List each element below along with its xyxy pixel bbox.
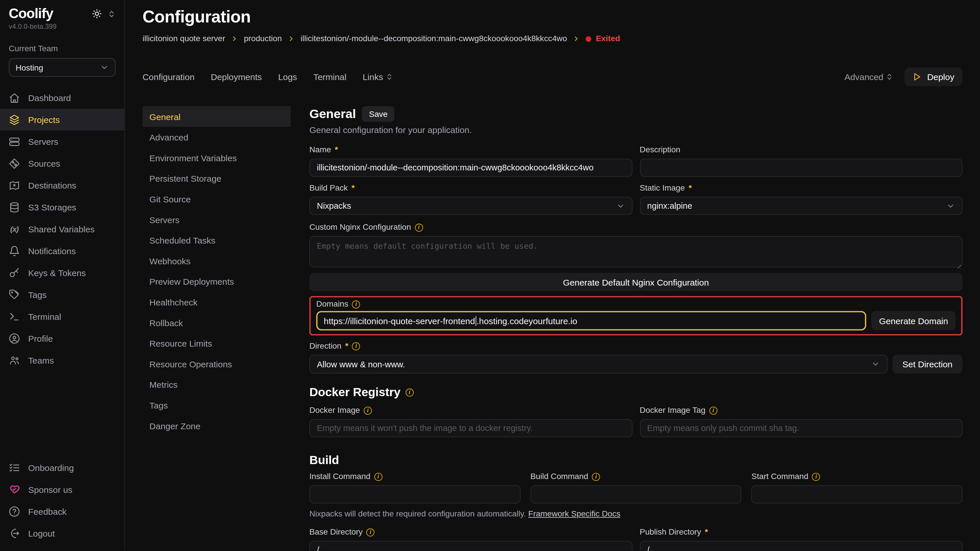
generate-domain-button[interactable]: Generate Domain [872,311,956,330]
tab-configuration[interactable]: Configuration [143,72,195,82]
theme-toggle-sun-icon[interactable] [92,9,102,19]
custom-nginx-label: Custom Nginx Configurationi [309,222,963,232]
config-menu-advanced[interactable]: Advanced [143,127,291,148]
terminal-icon [9,311,20,322]
info-icon: i [374,472,382,481]
sidebar-item-onboarding[interactable]: Onboarding [0,457,124,478]
sidebar-item-keys-tokens[interactable]: Keys & Tokens [0,262,124,284]
config-menu-scheduled-tasks[interactable]: Scheduled Tasks [143,230,291,251]
config-menu-persistent-storage[interactable]: Persistent Storage [143,168,291,189]
domains-highlight-box: Domainsi https://illicitonion-quote-serv… [309,296,963,335]
sidebar-item-sponsor-us[interactable]: Sponsor us [0,478,124,500]
generate-nginx-config-button[interactable]: Generate Default Nginx Configuration [309,273,963,291]
chevron-right-icon [573,35,580,42]
config-menu-general[interactable]: General [143,106,291,127]
config-menu-environment-variables[interactable]: Environment Variables [143,148,291,168]
config-menu-healthcheck[interactable]: Healthcheck [143,292,291,312]
config-menu-metrics[interactable]: Metrics [143,374,291,395]
tab-logs[interactable]: Logs [278,72,297,82]
docker-image-tag-input[interactable] [640,419,963,437]
deploy-button[interactable]: Deploy [905,67,963,86]
sidebar-item-tags[interactable]: Tags [0,284,124,305]
tab-terminal[interactable]: Terminal [313,72,347,82]
chevron-right-icon [288,35,295,42]
sidebar-item-label: Notifications [28,246,76,256]
static-image-select[interactable]: nginx:alpine [640,197,963,215]
start-command-label: Start Commandi [752,472,963,482]
base-directory-label: Base Directoryi [309,527,632,537]
advanced-dropdown[interactable]: Advanced [844,72,893,82]
chevron-down-icon [946,202,955,210]
start-command-input[interactable] [752,485,963,503]
breadcrumb-application[interactable]: illicitestonion/-module--decomposition:m… [301,34,567,44]
variables-icon: (x) [9,223,20,235]
info-icon: i [812,472,820,481]
install-command-input[interactable] [309,485,520,503]
sidebar-item-shared-variables[interactable]: (x) Shared Variables [0,218,124,240]
breadcrumb-project[interactable]: illicitonion quote server [143,34,225,44]
sidebar-item-feedback[interactable]: Feedback [0,500,124,522]
team-select-value: Hosting [16,63,43,72]
docker-image-label: Docker Imagei [309,405,632,415]
tab-deployments[interactable]: Deployments [211,72,262,82]
info-icon: i [352,300,360,308]
sidebar-item-sources[interactable]: Sources [0,152,124,174]
sidebar-item-destinations[interactable]: Destinations [0,174,124,196]
tab-links[interactable]: Links [363,72,393,82]
sidebar-item-profile[interactable]: Profile [0,327,124,349]
key-icon [9,267,20,278]
sidebar-item-servers[interactable]: Servers [0,130,124,152]
breadcrumb-environment[interactable]: production [244,34,282,44]
sidebar-item-label: Shared Variables [28,224,95,234]
set-direction-button[interactable]: Set Direction [892,355,963,373]
team-select[interactable]: Hosting [9,58,116,77]
sidebar-item-label: Logout [28,528,55,538]
config-menu-preview-deployments[interactable]: Preview Deployments [143,271,291,292]
sidebar-item-logout[interactable]: Logout [0,522,124,544]
config-menu-rollback[interactable]: Rollback [143,312,291,333]
framework-docs-link[interactable]: Framework Specific Docs [528,509,620,518]
config-menu-danger-zone[interactable]: Danger Zone [143,415,291,436]
config-menu-servers[interactable]: Servers [143,209,291,230]
sidebar-item-teams[interactable]: Teams [0,349,124,371]
info-icon: i [592,472,600,481]
sidebar-collapse-icon[interactable] [107,10,116,18]
description-input[interactable] [640,159,963,177]
home-icon [9,92,20,103]
config-menu-tags[interactable]: Tags [143,395,291,415]
static-image-value: nginx:alpine [647,201,692,211]
sidebar-item-projects[interactable]: Projects [0,109,124,131]
database-icon [9,202,20,213]
domain-value-before-caret: https://illicitonion-quote-server-fronte… [324,316,475,326]
base-directory-input[interactable] [309,541,632,551]
build-pack-select[interactable]: Nixpacks [309,197,632,215]
config-menu-resource-operations[interactable]: Resource Operations [143,354,291,374]
chevron-down-icon [100,63,108,72]
sidebar-item-dashboard[interactable]: Dashboard [0,87,124,109]
config-menu-webhooks[interactable]: Webhooks [143,251,291,271]
sidebar-item-label: Keys & Tokens [28,268,86,278]
sidebar-item-notifications[interactable]: Notifications [0,240,124,262]
publish-directory-input[interactable] [640,541,963,551]
sidebar-item-terminal[interactable]: Terminal [0,305,124,327]
tabs-bar: Configuration Deployments Logs Terminal … [143,67,963,86]
config-menu-git-source[interactable]: Git Source [143,189,291,209]
docker-image-input[interactable] [309,419,632,437]
sidebar-item-label: Dashboard [28,93,71,103]
general-form: General Save General configuration for y… [309,106,963,551]
config-menu-resource-limits[interactable]: Resource Limits [143,333,291,354]
heart-icon [9,484,20,495]
build-command-label: Build Commandi [530,472,741,482]
save-button[interactable]: Save [362,106,395,122]
name-input[interactable] [309,159,632,177]
sidebar: Coolify v4.0.0-beta.399 Current Team Hos… [0,0,125,551]
build-command-input[interactable] [530,485,741,503]
sidebar-item-s3-storages[interactable]: S3 Storages [0,196,124,218]
direction-select[interactable]: Allow www & non-www. [309,355,888,373]
sidebar-item-label: Teams [28,355,54,365]
domains-input[interactable]: https://illicitonion-quote-server-fronte… [316,311,867,330]
sidebar-nav: Dashboard Projects Servers Sources Desti… [0,87,124,371]
git-source-icon [9,158,20,169]
info-icon: i [405,388,414,396]
custom-nginx-textarea[interactable] [309,236,963,267]
